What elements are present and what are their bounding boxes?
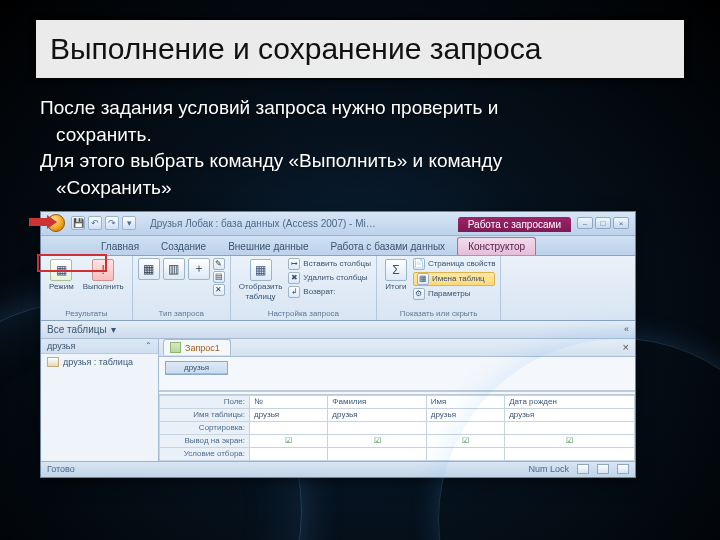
cell-table-2[interactable]: друзья <box>328 408 426 421</box>
select-query-icon[interactable]: ▦ <box>138 258 160 280</box>
tab-home[interactable]: Главная <box>91 238 149 255</box>
query-icon <box>170 342 181 353</box>
slide-title-box: Выполнение и сохранение запроса <box>34 18 686 80</box>
cell-crit-4[interactable] <box>505 447 635 460</box>
sigma-icon: Σ <box>385 259 407 281</box>
nav-group[interactable]: друзья ⌃ <box>41 339 158 354</box>
ribbon-tabs: Главная Создание Внешние данные Работа с… <box>41 236 635 256</box>
tablenames-label: Имена таблиц <box>432 274 485 283</box>
cell-show-2[interactable]: ☑ <box>328 434 426 447</box>
slide-body: После задания условий запроса нужно пров… <box>40 96 680 201</box>
close-document-icon[interactable]: × <box>623 341 629 353</box>
cell-sort-3[interactable] <box>426 421 504 434</box>
cell-crit-3[interactable] <box>426 447 504 460</box>
cell-show-1[interactable]: ☑ <box>250 434 328 447</box>
return-icon: ↲ <box>288 286 300 298</box>
designer-table[interactable]: друзья <box>165 361 228 375</box>
view-sql-button[interactable] <box>597 464 609 474</box>
cell-show-4[interactable]: ☑ <box>505 434 635 447</box>
query-designer: друзья Поле: № Фамилия Имя Дата рожден <box>159 357 635 461</box>
content-area: друзья ⌃ друзья : таблица Запрос1 × <box>41 339 635 461</box>
insert-columns-button[interactable]: ↦Вставить столбцы <box>288 258 371 270</box>
window-caption: Друзья Лобак : база данных (Access 2007)… <box>150 218 452 229</box>
tablenames-icon: ▦ <box>417 273 429 285</box>
props-icon: 📄 <box>413 258 425 270</box>
qat-more-icon[interactable]: ▾ <box>122 216 136 230</box>
run-icon: ! <box>92 259 114 281</box>
insert-col-label: Вставить столбцы <box>303 259 371 268</box>
redo-icon[interactable]: ↷ <box>105 216 119 230</box>
designer-table-name: друзья <box>166 362 227 374</box>
totals-button[interactable]: Σ Итоги <box>382 258 410 292</box>
delete-columns-button[interactable]: ✖Удалить столбцы <box>288 272 371 284</box>
update-query-icon[interactable]: ✎ <box>213 258 225 270</box>
table-names-button[interactable]: ▦Имена таблиц <box>413 272 495 286</box>
nav-item-label: друзья : таблица <box>63 357 133 367</box>
tab-create[interactable]: Создание <box>151 238 216 255</box>
cell-sort-4[interactable] <box>505 421 635 434</box>
cell-field-2[interactable]: Фамилия <box>328 395 426 408</box>
property-sheet-button[interactable]: 📄Страница свойств <box>413 258 495 270</box>
show-table-button[interactable]: ▦ Отобразить таблицу <box>236 258 286 302</box>
group-setup: ▦ Отобразить таблицу ↦Вставить столбцы ✖… <box>231 256 377 320</box>
totals-label: Итоги <box>385 282 406 291</box>
nav-header-label: Все таблицы <box>47 324 107 335</box>
cell-crit-1[interactable] <box>250 447 328 460</box>
callout-arrow-icon <box>29 215 59 229</box>
view-button[interactable]: ▦ Режим <box>46 258 77 292</box>
navigation-pane: друзья ⌃ друзья : таблица <box>41 339 159 461</box>
cell-sort-1[interactable] <box>250 421 328 434</box>
parameters-button[interactable]: ⚙Параметры <box>413 288 495 300</box>
show-table-icon: ▦ <box>250 259 272 281</box>
view-datasheet-button[interactable] <box>577 464 589 474</box>
group-querytype-label: Тип запроса <box>138 308 225 318</box>
cell-table-4[interactable]: друзья <box>505 408 635 421</box>
cell-field-3[interactable]: Имя <box>426 395 504 408</box>
design-grid[interactable]: Поле: № Фамилия Имя Дата рожден Имя табл… <box>159 391 635 461</box>
run-button[interactable]: ! Выполнить <box>80 258 127 292</box>
nav-item-table[interactable]: друзья : таблица <box>41 354 158 370</box>
cell-crit-2[interactable] <box>328 447 426 460</box>
close-button[interactable]: × <box>613 217 629 229</box>
status-bar: Готово Num Lock <box>41 461 635 477</box>
window-controls: – □ × <box>577 217 629 229</box>
cell-show-3[interactable]: ☑ <box>426 434 504 447</box>
undo-icon[interactable]: ↶ <box>88 216 102 230</box>
document-area: Запрос1 × друзья Поле: № <box>159 339 635 461</box>
tab-design[interactable]: Конструктор <box>457 237 536 255</box>
group-results: ▦ Режим ! Выполнить Результаты <box>41 256 133 320</box>
save-icon[interactable]: 💾 <box>71 216 85 230</box>
group-showhide-label: Показать или скрыть <box>382 308 495 318</box>
body-line-1b: сохранить. <box>40 123 680 148</box>
delete-query-icon[interactable]: ✕ <box>213 284 225 296</box>
group-setup-label: Настройка запроса <box>236 308 371 318</box>
nav-pane-header[interactable]: Все таблицы ▾ « <box>41 321 635 339</box>
maximize-button[interactable]: □ <box>595 217 611 229</box>
run-label: Выполнить <box>83 282 124 291</box>
minimize-button[interactable]: – <box>577 217 593 229</box>
nav-dropdown-icon[interactable]: ▾ <box>111 324 116 335</box>
cell-sort-2[interactable] <box>328 421 426 434</box>
cell-field-4[interactable]: Дата рожден <box>505 395 635 408</box>
maketable-query-icon[interactable]: ▥ <box>163 258 185 280</box>
view-label: Режим <box>49 282 74 291</box>
return-rows[interactable]: ↲Возврат: <box>288 286 371 298</box>
crosstab-query-icon[interactable]: ▤ <box>213 271 225 283</box>
tab-dbtools[interactable]: Работа с базами данных <box>321 238 456 255</box>
cell-table-1[interactable]: друзья <box>250 408 328 421</box>
view-design-button[interactable] <box>617 464 629 474</box>
body-line-1: После задания условий запроса нужно пров… <box>40 96 680 121</box>
titlebar: 💾 ↶ ↷ ▾ Друзья Лобак : база данных (Acce… <box>41 212 635 236</box>
document-tab[interactable]: Запрос1 <box>163 339 231 355</box>
tab-external[interactable]: Внешние данные <box>218 238 318 255</box>
contextual-tab: Работа с запросами <box>458 217 571 232</box>
nav-collapse-icon[interactable]: « <box>624 324 629 334</box>
cell-table-3[interactable]: друзья <box>426 408 504 421</box>
row-criteria: Условие отбора: <box>160 447 250 460</box>
designer-top-pane[interactable]: друзья <box>159 357 635 391</box>
row-sort: Сортировка: <box>160 421 250 434</box>
nav-group-label: друзья <box>47 341 75 351</box>
table-icon <box>47 357 59 367</box>
cell-field-1[interactable]: № <box>250 395 328 408</box>
append-query-icon[interactable]: ＋ <box>188 258 210 280</box>
